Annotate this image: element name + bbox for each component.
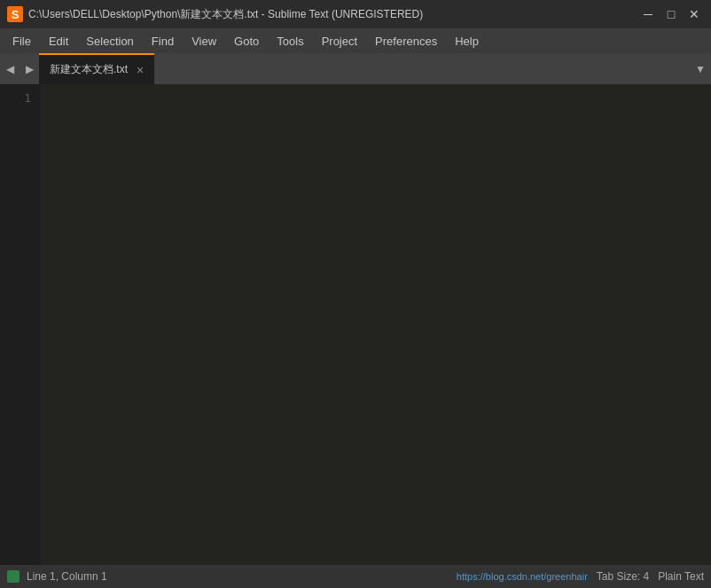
- app-icon: S: [7, 6, 23, 22]
- svg-text:S: S: [12, 8, 20, 21]
- tab-size[interactable]: Tab Size: 4: [597, 570, 649, 583]
- tab-file[interactable]: 新建文本文档.txt ×: [39, 53, 154, 84]
- menu-file[interactable]: File: [4, 31, 40, 51]
- tab-nav-right[interactable]: ▶: [20, 53, 39, 84]
- tab-overflow-button[interactable]: ▼: [690, 53, 711, 84]
- status-bar: Line 1, Column 1 https://blog.csdn.net/g…: [0, 565, 711, 588]
- menu-help[interactable]: Help: [446, 31, 488, 51]
- cursor-position: Line 1, Column 1: [27, 570, 107, 583]
- maximize-button[interactable]: □: [661, 4, 681, 24]
- close-button[interactable]: ✕: [684, 4, 704, 24]
- tab-nav-left[interactable]: ◀: [0, 53, 20, 84]
- menu-bar: File Edit Selection Find View Goto Tools…: [0, 28, 711, 53]
- window-controls: ─ □ ✕: [638, 4, 704, 24]
- menu-preferences[interactable]: Preferences: [366, 31, 446, 51]
- status-link[interactable]: https://blog.csdn.net/greenhair: [457, 571, 588, 582]
- status-right: https://blog.csdn.net/greenhair Tab Size…: [457, 570, 704, 583]
- tab-label: 新建文本文档.txt: [50, 62, 128, 77]
- menu-find[interactable]: Find: [143, 31, 183, 51]
- title-bar: S C:\Users\DELL\Desktop\Python\新建文本文档.tx…: [0, 0, 711, 28]
- status-left: Line 1, Column 1: [7, 570, 107, 583]
- tab-close-button[interactable]: ×: [135, 62, 145, 78]
- menu-project[interactable]: Project: [313, 31, 366, 51]
- title-bar-left: S C:\Users\DELL\Desktop\Python\新建文本文档.tx…: [7, 6, 423, 22]
- syntax-mode[interactable]: Plain Text: [658, 570, 704, 583]
- line-numbers: 1: [0, 84, 40, 565]
- menu-selection[interactable]: Selection: [77, 31, 142, 51]
- menu-goto[interactable]: Goto: [225, 31, 268, 51]
- line-number-1: 1: [5, 90, 31, 108]
- menu-tools[interactable]: Tools: [268, 31, 312, 51]
- title-text: C:\Users\DELL\Desktop\Python\新建文本文档.txt …: [28, 7, 423, 22]
- minimize-button[interactable]: ─: [638, 4, 658, 24]
- menu-view[interactable]: View: [183, 31, 225, 51]
- menu-edit[interactable]: Edit: [40, 31, 77, 51]
- editor-content[interactable]: [40, 84, 711, 565]
- editor-area: 1: [0, 84, 711, 565]
- status-indicator: [7, 570, 20, 583]
- tab-bar: ◀ ▶ 新建文本文档.txt × ▼: [0, 53, 711, 84]
